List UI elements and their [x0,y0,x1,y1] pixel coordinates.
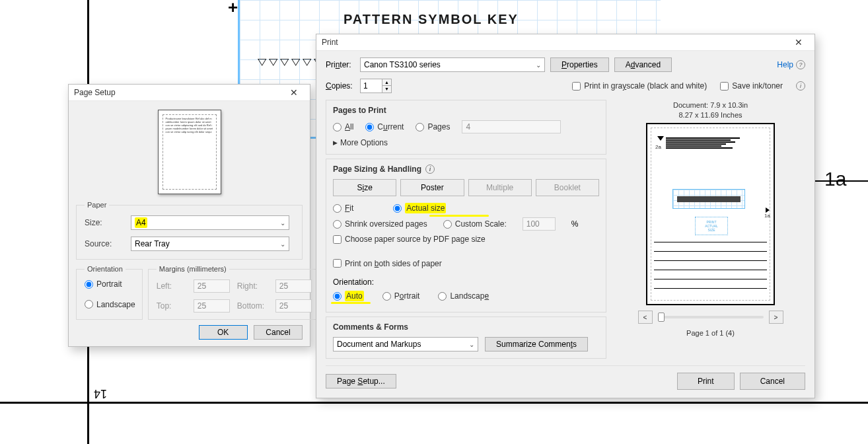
margin-right-label: Right: [237,281,271,291]
printer-value: Canon TS3100 series [364,60,441,69]
print-dialog-title: Print [322,38,338,47]
save-ink-info-icon[interactable]: i [796,81,805,91]
margin-bottom-label: Bottom: [237,301,271,311]
bg-label-1a: 1a [824,168,846,190]
sizing-info-icon[interactable]: i [425,165,435,174]
shrink-radio[interactable]: Shrink oversized pages [333,219,427,229]
shrink-label: Shrink oversized pages [345,219,427,229]
bg-rule-h1 [0,402,868,404]
chevron-down-icon: ⌄ [465,341,474,348]
page-setup-dialog: Page Setup ✕ Productname brandstore Ref … [68,84,310,347]
page-preview: 2a PRINTACTUALSIZE 1a [646,123,775,305]
orientation-fieldset: Orientation Portrait Landscape [76,265,143,320]
bg-title: PATTERN SYMBOL KEY [344,12,519,27]
paper-legend: Paper [85,201,109,209]
tab-booklet: Booklet [536,179,599,196]
copies-spinner[interactable]: ▲ ▼ [360,79,392,93]
help-link[interactable]: Help [777,60,793,69]
print-button[interactable]: Print [677,373,735,390]
choose-paper-source-checkbox[interactable]: Choose paper source by PDF page size [333,235,486,244]
actual-size-radio[interactable]: Actual size [393,203,446,213]
page-setup-button[interactable]: Page Setup... [326,374,396,388]
source-label: Source: [85,239,131,248]
page-setup-ok-button[interactable]: OK [199,325,248,340]
paper-fieldset: Paper Size: A4 ⌄ Source: Rear Tray ⌄ [76,201,303,260]
tab-poster[interactable]: Poster [400,179,464,196]
actual-size-label: Actual size [405,203,446,213]
preview-label-2a: 2a [655,144,661,150]
margin-top-label: Top: [157,301,190,311]
print-dialog: Print ✕ Printer: Canon TS3100 series ⌄ P… [316,34,815,398]
triangle-right-icon: ▶ [333,139,338,146]
custom-scale-radio[interactable]: Custom Scale: [443,219,507,229]
grayscale-checkbox[interactable]: Print in grayscale (black and white) [572,81,707,91]
margin-right-input [275,279,312,293]
slider-thumb[interactable] [658,313,665,322]
sizing-title: Page Sizing & Handling [333,165,421,174]
orientation-legend: Orientation [85,265,126,273]
document-info: Document: 7.9 x 10.3in [616,101,805,109]
print-preview-panel: Document: 7.9 x 10.3in 8.27 x 11.69 Inch… [616,101,805,337]
margin-left-input [194,279,230,293]
paper-size-value: A4 [135,217,147,228]
orientation-portrait-radio[interactable]: Portrait [85,279,122,289]
margin-top-input [194,299,230,313]
copies-label: Copies: [326,81,355,91]
chevron-down-icon: ⌄ [532,61,541,69]
custom-scale-input [523,217,556,231]
page-setup-preview: Productname brandstore Ref abc def model… [158,110,221,194]
choose-source-label: Choose paper source by PDF page size [345,235,486,244]
paper-source-value: Rear Tray [135,239,170,248]
copies-input[interactable] [361,79,382,92]
margins-fieldset: Margins (millimeters) Left: Right: Top: … [148,265,322,320]
page-setup-close-icon[interactable]: ✕ [283,85,305,100]
print-all-radio[interactable]: All [333,122,353,131]
sizing-section: Page Sizing & Handling i Size Poster Mul… [326,159,606,253]
cancel-button[interactable]: Cancel [740,373,805,390]
pages-to-print-title: Pages to Print [333,106,599,115]
custom-scale-label: Custom Scale: [455,219,507,229]
comments-dropdown[interactable]: Document and Markups ⌄ [333,337,478,352]
pages-label: Pages [427,122,450,131]
bg-rule-h2 [814,180,868,182]
orientation-portrait-radio-2[interactable]: Portrait [382,291,420,301]
percent-label: % [571,219,579,229]
orientation-landscape-radio[interactable]: Landscape [85,300,135,309]
print-close-icon[interactable]: ✕ [788,35,809,50]
copies-up-icon[interactable]: ▲ [382,79,391,86]
comments-section: Comments & Forms Document and Markups ⌄ … [326,316,606,359]
bg-plus-mark: + [228,0,238,18]
comments-value: Document and Markups [337,340,421,349]
summarize-comments-button[interactable]: Summarize Comments [485,337,588,352]
landscape-label: Landscape [96,300,135,309]
chevron-down-icon: ⌄ [276,219,285,227]
print-current-radio[interactable]: Current [365,122,404,131]
both-sides-checkbox[interactable]: Print on both sides of paper [333,259,442,268]
auto-label: Auto [345,291,364,301]
page-indicator: Page 1 of 1 (4) [616,329,805,337]
page-setup-title: Page Setup [74,88,116,97]
print-pages-radio[interactable]: Pages [416,122,450,131]
printer-dropdown[interactable]: Canon TS3100 series ⌄ [360,57,545,72]
fit-radio[interactable]: Fit [333,204,353,213]
save-ink-checkbox[interactable]: Save ink/toner [720,81,783,91]
bg-label-14: 14 [94,387,107,400]
orientation-landscape-radio-2[interactable]: Landscape [438,291,489,301]
orientation-auto-radio[interactable]: Auto [333,291,364,301]
margin-bottom-input [275,299,312,313]
page-setup-cancel-button[interactable]: Cancel [254,325,303,340]
paper-dimensions: 8.27 x 11.69 Inches [616,111,805,119]
properties-button[interactable]: Properties [550,57,609,72]
preview-prev-button[interactable]: < [638,311,653,324]
more-options-toggle[interactable]: ▶ More Options [333,138,388,147]
tab-size[interactable]: Size [333,179,396,196]
copies-down-icon[interactable]: ▼ [382,86,391,92]
paper-source-dropdown[interactable]: Rear Tray ⌄ [131,237,289,251]
paper-size-dropdown[interactable]: A4 ⌄ [131,215,289,230]
advanced-button[interactable]: Advanced [614,57,672,72]
preview-slider[interactable] [658,316,764,318]
preview-next-button[interactable]: > [769,311,783,324]
help-info-icon[interactable]: ? [796,60,805,69]
grayscale-label: Print in grayscale (black and white) [584,81,707,91]
orientation-label-2: Orientation: [333,278,599,287]
